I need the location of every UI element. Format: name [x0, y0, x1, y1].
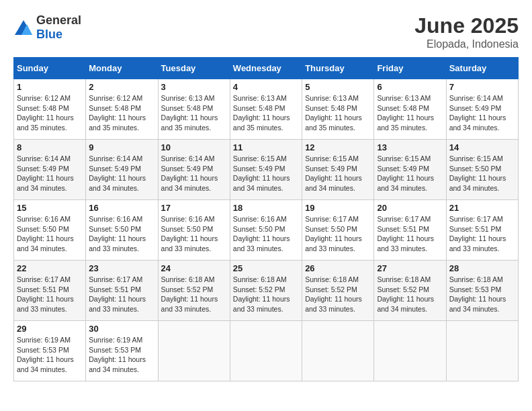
day-info: Sunrise: 6:15 AM Sunset: 5:49 PM Dayligh… — [233, 154, 299, 193]
calendar-cell: 4 Sunrise: 6:13 AM Sunset: 5:48 PM Dayli… — [230, 79, 302, 140]
day-number: 26 — [305, 263, 371, 273]
calendar-cell: 16 Sunrise: 6:16 AM Sunset: 5:50 PM Dayl… — [86, 200, 158, 261]
day-info: Sunrise: 6:19 AM Sunset: 5:53 PM Dayligh… — [17, 335, 83, 375]
day-number: 6 — [377, 82, 443, 92]
day-info: Sunrise: 6:17 AM Sunset: 5:51 PM Dayligh… — [377, 214, 443, 254]
calendar-cell — [446, 321, 518, 381]
day-number: 19 — [305, 203, 371, 213]
calendar-cell: 10 Sunrise: 6:14 AM Sunset: 5:49 PM Dayl… — [158, 140, 230, 200]
day-number: 22 — [17, 263, 83, 273]
day-number: 21 — [449, 203, 515, 213]
day-info: Sunrise: 6:14 AM Sunset: 5:49 PM Dayligh… — [89, 154, 154, 193]
day-info: Sunrise: 6:17 AM Sunset: 5:51 PM Dayligh… — [449, 214, 515, 254]
calendar-cell: 26 Sunrise: 6:18 AM Sunset: 5:52 PM Dayl… — [302, 261, 374, 321]
day-info: Sunrise: 6:17 AM Sunset: 5:51 PM Dayligh… — [17, 275, 83, 314]
calendar-cell: 7 Sunrise: 6:14 AM Sunset: 5:49 PM Dayli… — [446, 79, 518, 140]
day-number: 30 — [89, 324, 154, 334]
day-number: 2 — [89, 82, 154, 92]
day-info: Sunrise: 6:14 AM Sunset: 5:49 PM Dayligh… — [449, 93, 515, 133]
day-info: Sunrise: 6:17 AM Sunset: 5:51 PM Dayligh… — [89, 275, 154, 314]
day-number: 17 — [161, 203, 227, 213]
logo: General Blue — [13, 13, 81, 42]
calendar-cell: 23 Sunrise: 6:17 AM Sunset: 5:51 PM Dayl… — [86, 261, 158, 321]
weekday-header-wednesday: Wednesday — [230, 58, 302, 79]
calendar-cell: 18 Sunrise: 6:16 AM Sunset: 5:50 PM Dayl… — [230, 200, 302, 261]
day-number: 8 — [17, 142, 83, 152]
day-info: Sunrise: 6:18 AM Sunset: 5:53 PM Dayligh… — [449, 275, 515, 314]
calendar-cell: 5 Sunrise: 6:13 AM Sunset: 5:48 PM Dayli… — [302, 79, 374, 140]
calendar-cell: 9 Sunrise: 6:14 AM Sunset: 5:49 PM Dayli… — [86, 140, 158, 200]
calendar-week-2: 8 Sunrise: 6:14 AM Sunset: 5:49 PM Dayli… — [14, 140, 519, 200]
day-number: 16 — [89, 203, 154, 213]
day-info: Sunrise: 6:16 AM Sunset: 5:50 PM Dayligh… — [233, 214, 299, 254]
weekday-header-monday: Monday — [86, 58, 158, 79]
day-info: Sunrise: 6:12 AM Sunset: 5:48 PM Dayligh… — [17, 93, 83, 133]
day-number: 18 — [233, 203, 299, 213]
calendar-cell: 1 Sunrise: 6:12 AM Sunset: 5:48 PM Dayli… — [14, 79, 86, 140]
day-info: Sunrise: 6:18 AM Sunset: 5:52 PM Dayligh… — [377, 275, 443, 314]
calendar-cell: 24 Sunrise: 6:18 AM Sunset: 5:52 PM Dayl… — [158, 261, 230, 321]
day-number: 1 — [17, 82, 83, 92]
day-info: Sunrise: 6:13 AM Sunset: 5:48 PM Dayligh… — [305, 93, 371, 133]
calendar-cell: 3 Sunrise: 6:13 AM Sunset: 5:48 PM Dayli… — [158, 79, 230, 140]
calendar-cell: 13 Sunrise: 6:15 AM Sunset: 5:49 PM Dayl… — [374, 140, 446, 200]
calendar-week-4: 22 Sunrise: 6:17 AM Sunset: 5:51 PM Dayl… — [14, 261, 519, 321]
day-info: Sunrise: 6:18 AM Sunset: 5:52 PM Dayligh… — [233, 275, 299, 314]
day-number: 29 — [17, 324, 83, 334]
calendar-cell — [158, 321, 230, 381]
day-number: 25 — [233, 263, 299, 273]
calendar-cell: 6 Sunrise: 6:13 AM Sunset: 5:48 PM Dayli… — [374, 79, 446, 140]
day-info: Sunrise: 6:16 AM Sunset: 5:50 PM Dayligh… — [17, 214, 83, 254]
day-info: Sunrise: 6:15 AM Sunset: 5:50 PM Dayligh… — [449, 154, 515, 193]
calendar-cell: 15 Sunrise: 6:16 AM Sunset: 5:50 PM Dayl… — [14, 200, 86, 261]
weekday-header-thursday: Thursday — [302, 58, 374, 79]
day-info: Sunrise: 6:16 AM Sunset: 5:50 PM Dayligh… — [89, 214, 154, 254]
calendar-cell: 30 Sunrise: 6:19 AM Sunset: 5:53 PM Dayl… — [86, 321, 158, 381]
location-title: Elopada, Indonesia — [414, 38, 519, 50]
logo-text-general: General — [36, 13, 81, 27]
calendar-cell: 2 Sunrise: 6:12 AM Sunset: 5:48 PM Dayli… — [86, 79, 158, 140]
weekday-header-sunday: Sunday — [14, 58, 86, 79]
day-number: 4 — [233, 82, 299, 92]
calendar-cell — [374, 321, 446, 381]
calendar-cell: 11 Sunrise: 6:15 AM Sunset: 5:49 PM Dayl… — [230, 140, 302, 200]
day-info: Sunrise: 6:16 AM Sunset: 5:50 PM Dayligh… — [161, 214, 227, 254]
day-info: Sunrise: 6:14 AM Sunset: 5:49 PM Dayligh… — [17, 154, 83, 193]
day-info: Sunrise: 6:12 AM Sunset: 5:48 PM Dayligh… — [89, 93, 154, 133]
calendar-cell: 12 Sunrise: 6:15 AM Sunset: 5:49 PM Dayl… — [302, 140, 374, 200]
calendar-week-1: 1 Sunrise: 6:12 AM Sunset: 5:48 PM Dayli… — [14, 79, 519, 140]
weekday-header-saturday: Saturday — [446, 58, 518, 79]
calendar-cell: 17 Sunrise: 6:16 AM Sunset: 5:50 PM Dayl… — [158, 200, 230, 261]
calendar-cell: 21 Sunrise: 6:17 AM Sunset: 5:51 PM Dayl… — [446, 200, 518, 261]
day-info: Sunrise: 6:17 AM Sunset: 5:50 PM Dayligh… — [305, 214, 371, 254]
day-number: 24 — [161, 263, 227, 273]
day-number: 28 — [449, 263, 515, 273]
day-number: 9 — [89, 142, 154, 152]
calendar-cell: 20 Sunrise: 6:17 AM Sunset: 5:51 PM Dayl… — [374, 200, 446, 261]
day-number: 7 — [449, 82, 515, 92]
day-info: Sunrise: 6:19 AM Sunset: 5:53 PM Dayligh… — [89, 335, 154, 375]
day-number: 10 — [161, 142, 227, 152]
day-number: 3 — [161, 82, 227, 92]
calendar-cell: 19 Sunrise: 6:17 AM Sunset: 5:50 PM Dayl… — [302, 200, 374, 261]
day-number: 27 — [377, 263, 443, 273]
title-area: June 2025 Elopada, Indonesia — [414, 13, 519, 50]
calendar-cell: 27 Sunrise: 6:18 AM Sunset: 5:52 PM Dayl… — [374, 261, 446, 321]
day-info: Sunrise: 6:14 AM Sunset: 5:49 PM Dayligh… — [161, 154, 227, 193]
day-number: 11 — [233, 142, 299, 152]
calendar-cell: 14 Sunrise: 6:15 AM Sunset: 5:50 PM Dayl… — [446, 140, 518, 200]
day-number: 20 — [377, 203, 443, 213]
day-info: Sunrise: 6:15 AM Sunset: 5:49 PM Dayligh… — [377, 154, 443, 193]
day-number: 15 — [17, 203, 83, 213]
day-number: 12 — [305, 142, 371, 152]
calendar-week-5: 29 Sunrise: 6:19 AM Sunset: 5:53 PM Dayl… — [14, 321, 519, 381]
day-number: 5 — [305, 82, 371, 92]
calendar-cell — [302, 321, 374, 381]
day-info: Sunrise: 6:13 AM Sunset: 5:48 PM Dayligh… — [233, 93, 299, 133]
calendar-week-3: 15 Sunrise: 6:16 AM Sunset: 5:50 PM Dayl… — [14, 200, 519, 261]
calendar-cell — [230, 321, 302, 381]
day-number: 13 — [377, 142, 443, 152]
day-number: 14 — [449, 142, 515, 152]
calendar-cell: 29 Sunrise: 6:19 AM Sunset: 5:53 PM Dayl… — [14, 321, 86, 381]
calendar-cell: 25 Sunrise: 6:18 AM Sunset: 5:52 PM Dayl… — [230, 261, 302, 321]
